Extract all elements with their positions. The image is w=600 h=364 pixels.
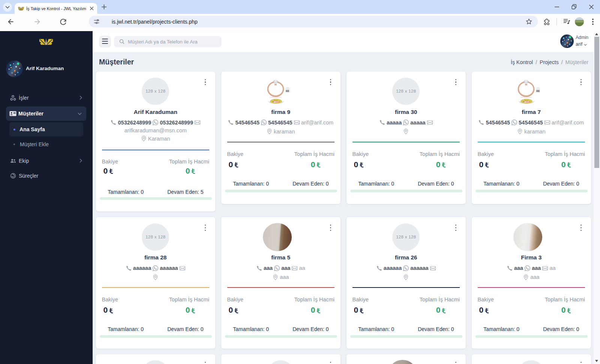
svg-text:MY GOLD: MY GOLD bbox=[272, 101, 279, 103]
svg-text:MY GOLD: MY GOLD bbox=[523, 101, 530, 103]
